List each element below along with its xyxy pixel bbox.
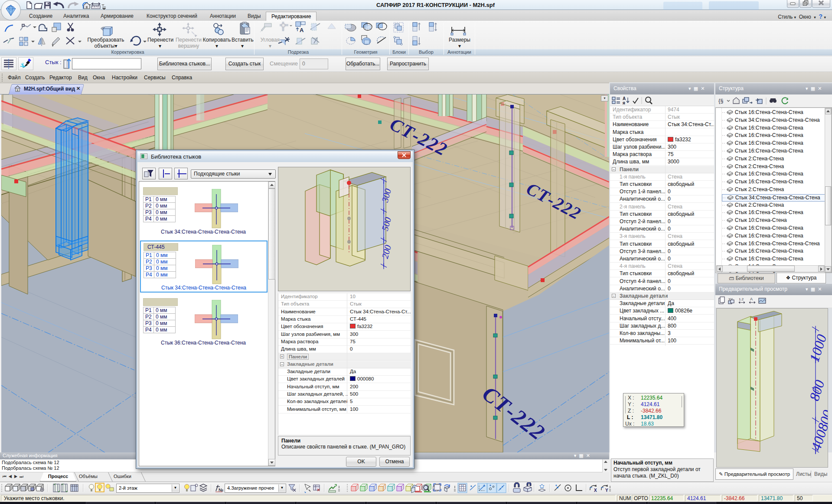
svg-text:я: я bbox=[623, 101, 625, 105]
svg-text:1.2: 1.2 bbox=[739, 297, 744, 301]
svg-text:{§: {§ bbox=[718, 98, 724, 104]
svg-text:№: № bbox=[219, 488, 223, 492]
svg-text:400800,: 400800, bbox=[808, 405, 828, 452]
svg-text:1000: 1000 bbox=[806, 332, 828, 364]
svg-text:200: 200 bbox=[380, 244, 393, 260]
svg-text:Y: Y bbox=[605, 488, 608, 493]
svg-text:800: 800 bbox=[806, 378, 827, 403]
svg-text:X: X bbox=[594, 488, 597, 493]
svg-text:A: A bbox=[750, 297, 753, 301]
svg-text:A: A bbox=[300, 27, 304, 33]
